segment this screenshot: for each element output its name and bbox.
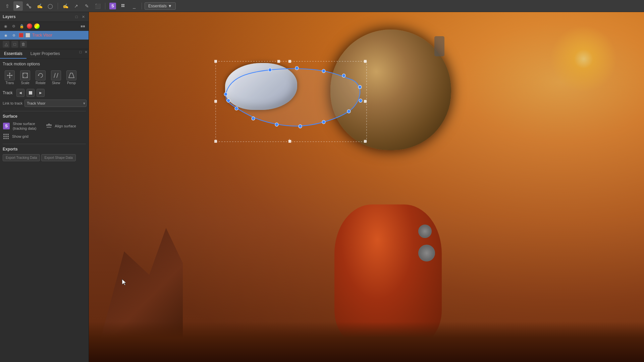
- svg-rect-4: [123, 4, 124, 5]
- export-shape-btn[interactable]: Export Shape Data: [41, 154, 76, 161]
- show-surface-line2: (tracking data): [13, 126, 36, 130]
- layers-expand-icon[interactable]: ■■: [80, 23, 86, 29]
- tool-s[interactable]: S: [108, 1, 117, 11]
- svg-rect-6: [123, 6, 124, 7]
- track-forward-btn[interactable]: ►: [37, 89, 45, 97]
- exports-section: Exports Export Tracking Data Export Shap…: [3, 147, 86, 161]
- svg-rect-3: [121, 4, 123, 5]
- tab-layer-properties[interactable]: Layer Properties: [26, 49, 64, 59]
- svg-marker-18: [38, 74, 39, 76]
- color-picker-icon[interactable]: [34, 23, 40, 29]
- scale-label: Scale: [21, 81, 29, 85]
- separator-2: [105, 3, 105, 9]
- motion-btn-trans[interactable]: Trans: [3, 69, 17, 86]
- tool-pen[interactable]: ✍: [61, 1, 70, 11]
- motion-btn-skew[interactable]: Skew: [49, 69, 63, 86]
- motion-btn-rotate[interactable]: Rotate: [34, 69, 48, 86]
- link-to-track-select[interactable]: Track Visor: [24, 100, 87, 107]
- layers-minimize-icon[interactable]: □: [74, 14, 79, 19]
- tab-essentials[interactable]: Essentials: [0, 49, 26, 59]
- surface-title: Surface: [3, 114, 86, 119]
- svg-marker-11: [7, 75, 8, 76]
- skew-icon: [51, 70, 61, 80]
- divider-2: [3, 144, 86, 144]
- show-surface-line1: Show surface: [13, 122, 35, 126]
- properties-tabs: Essentials Layer Properties □ ✕: [0, 49, 89, 59]
- chevron-down-icon: ▼: [168, 4, 172, 8]
- layers-bottom-bar: △ □ 🗑: [0, 40, 89, 49]
- layer-controls-row: ◉ ⚙ 🔒 ■■: [0, 22, 89, 31]
- chest-button-1: [418, 225, 432, 238]
- align-surface-label: Align surface: [55, 124, 76, 128]
- ground: [89, 322, 644, 362]
- persp-label: Persp: [67, 81, 76, 85]
- show-grid-label[interactable]: Show grid: [12, 134, 29, 138]
- rotate-label: Rotate: [36, 81, 45, 85]
- s-surface-icon: S: [3, 122, 10, 130]
- svg-line-2: [28, 5, 30, 7]
- main-content: Layers □ ✕ ◉ ⚙ 🔒 ■■ ◉ ⚙ Track: [0, 12, 644, 362]
- track-stop-btn[interactable]: [26, 89, 35, 97]
- grid-dots-icon: [3, 133, 9, 140]
- properties-close-icon[interactable]: ✕: [83, 49, 89, 55]
- track-label: Track: [3, 90, 14, 95]
- left-panel: Layers □ ✕ ◉ ⚙ 🔒 ■■ ◉ ⚙ Track: [0, 12, 89, 362]
- divider-1: [3, 111, 86, 111]
- tool-paint[interactable]: ✎: [82, 1, 92, 11]
- link-to-track-label: Link to track: [3, 101, 22, 105]
- stop-icon: [29, 91, 32, 95]
- visor: [225, 63, 297, 110]
- tool-path[interactable]: ↗: [71, 1, 81, 11]
- align-surface-icon: [45, 122, 53, 130]
- lock-icon[interactable]: 🔒: [19, 23, 25, 29]
- skew-label: Skew: [52, 81, 60, 85]
- show-grid-row[interactable]: Show grid: [3, 133, 86, 140]
- layers-close-icon[interactable]: ✕: [80, 14, 86, 19]
- trans-icon: [5, 70, 15, 80]
- track-motion-panel: Track motion options Trans Scale: [0, 59, 89, 362]
- tool-eraser[interactable]: ⬛: [93, 1, 102, 11]
- tool-grid[interactable]: [119, 1, 128, 11]
- link-to-track-row: Link to track Track Visor ▼: [3, 100, 86, 107]
- properties-minimize-icon[interactable]: □: [78, 49, 83, 55]
- color-wheel-icon[interactable]: [27, 23, 32, 29]
- tool-motion[interactable]: ⎯: [129, 1, 139, 11]
- persp-icon: [66, 70, 76, 80]
- track-controls-row: Track ◄ ►: [3, 89, 86, 97]
- layer-white-box: [25, 33, 30, 38]
- layer-name: Track Visor: [32, 33, 86, 38]
- tool-select[interactable]: ▶: [13, 1, 23, 11]
- tool-hand[interactable]: ✍: [35, 1, 44, 11]
- tool-upload[interactable]: ⇧: [3, 1, 12, 11]
- delete-layer-icon[interactable]: 🗑: [20, 41, 27, 48]
- essentials-button[interactable]: Essentials ▼: [145, 2, 176, 10]
- motion-btn-persp[interactable]: Persp: [64, 69, 78, 86]
- show-surface-text[interactable]: Show surface (tracking data): [13, 121, 36, 131]
- visibility-icon[interactable]: ◉: [3, 23, 9, 29]
- svg-line-19: [54, 73, 55, 78]
- svg-marker-10: [9, 77, 10, 78]
- canvas-area: [89, 12, 644, 362]
- layer-visibility-icon[interactable]: ◉: [3, 32, 9, 38]
- svg-marker-21: [69, 73, 74, 78]
- show-surface-row[interactable]: S Show surface (tracking data) Align sur…: [3, 121, 86, 131]
- motion-btn-scale[interactable]: Scale: [18, 69, 32, 86]
- add-layer-icon[interactable]: △: [3, 41, 9, 48]
- layer-item-track-visor[interactable]: ◉ ⚙ Track Visor: [0, 31, 89, 40]
- essentials-label: Essentials: [148, 4, 167, 8]
- svg-rect-22: [47, 125, 51, 126]
- settings-icon[interactable]: ⚙: [11, 23, 17, 29]
- tool-circle[interactable]: ◯: [46, 1, 55, 11]
- duplicate-layer-icon[interactable]: □: [11, 41, 18, 48]
- layers-title: Layers: [3, 14, 16, 19]
- helmet-detail: [434, 36, 444, 56]
- align-surface-btn[interactable]: Align surface: [44, 121, 77, 131]
- motion-buttons-row: Trans Scale Rotate: [3, 69, 86, 86]
- track-backward-btn[interactable]: ◄: [16, 89, 24, 97]
- tool-node[interactable]: [24, 1, 34, 11]
- export-tracking-btn[interactable]: Export Tracking Data: [3, 154, 40, 161]
- separator-1: [58, 3, 58, 9]
- layers-panel: Layers □ ✕ ◉ ⚙ 🔒 ■■ ◉ ⚙ Track: [0, 12, 89, 49]
- layer-settings-icon[interactable]: ⚙: [11, 32, 17, 38]
- background-image: [89, 12, 644, 362]
